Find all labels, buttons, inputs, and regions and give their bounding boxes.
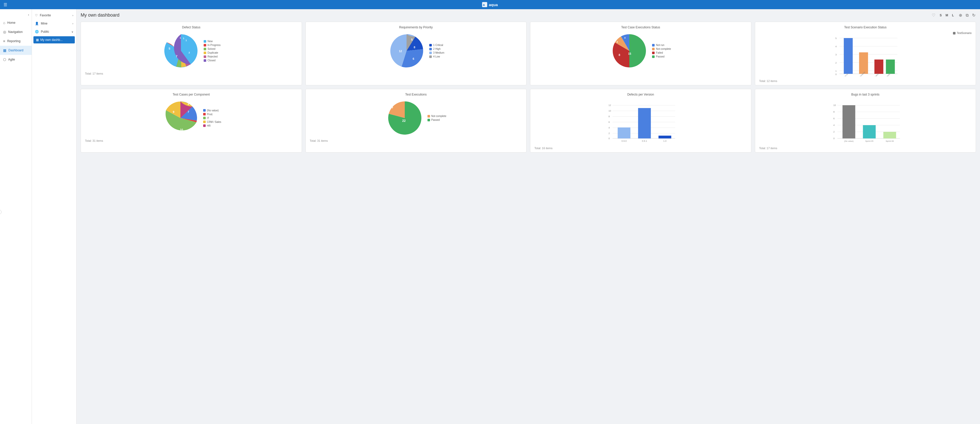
- sidebar: ‹ ⌂ Home ◎ Navigation ≡ Reporting ▦ Dash…: [0, 9, 32, 424]
- public-icon: 🌐: [35, 30, 39, 33]
- svg-text:7: 7: [188, 110, 189, 113]
- defect-status-title: Defect Status: [85, 26, 298, 29]
- test-cases-component-pie: 7 1 10 9 4: [161, 99, 200, 137]
- svg-rect-57: [617, 128, 630, 139]
- sidebar-collapse-button[interactable]: ‹: [27, 12, 30, 17]
- legend-notrun: Not run: [652, 44, 671, 46]
- agile-icon: ⬡: [3, 57, 6, 62]
- legend-dot-medium: [429, 52, 432, 54]
- legend-dot-testscenario: [953, 32, 956, 35]
- size-large-button[interactable]: L: [950, 13, 956, 18]
- chevron-down-icon: ∨: [72, 30, 73, 33]
- hamburger-icon[interactable]: ☰: [3, 2, 7, 7]
- dashboard-icon: ▦: [3, 48, 6, 53]
- svg-text:3: 3: [617, 41, 618, 43]
- legend-novalue: (No value): [203, 109, 221, 112]
- widget-test-cases-component: Test Cases per Component: [81, 89, 302, 153]
- legend-dot-duplicate: [204, 52, 206, 54]
- legend-dot-it: [203, 117, 206, 119]
- svg-text:8: 8: [414, 46, 415, 49]
- svg-text:10: 10: [180, 128, 183, 131]
- svg-rect-58: [638, 108, 651, 139]
- size-small-button[interactable]: S: [938, 13, 943, 18]
- legend-dot-new: [204, 40, 206, 43]
- svg-text:0: 0: [608, 137, 610, 140]
- widget-test-executions: Test Executions 22 9: [305, 89, 527, 153]
- svg-text:10: 10: [608, 110, 611, 112]
- test-cases-component-total: Total: 31 items: [85, 139, 298, 142]
- legend-dot-inprogress: [204, 44, 206, 46]
- legend-passed: Passed: [652, 55, 671, 58]
- sub-panel-label-my-dashboard: My own dashb...: [40, 38, 62, 41]
- favorite-header-icon[interactable]: ♡: [932, 13, 935, 18]
- requirements-legend: 1 Critical 2 High 3 Medium 4 Low: [429, 44, 444, 58]
- legend-closed: Closed: [204, 59, 221, 62]
- test-cases-component-chart-area: 7 1 10 9 4 (No value): [85, 99, 298, 137]
- svg-rect-76: [863, 125, 876, 139]
- refresh-button[interactable]: ↻: [972, 12, 976, 18]
- svg-text:6: 6: [833, 117, 835, 120]
- page-title: My own dashboard: [81, 13, 119, 18]
- svg-text:1: 1: [186, 39, 187, 41]
- legend-notcomplete: Not complete: [652, 48, 671, 50]
- legend-dot-notcomplete-exec: [428, 115, 430, 118]
- legend-hr: HR: [203, 124, 221, 127]
- legend-dot-crm: [203, 121, 206, 123]
- svg-rect-29: [859, 53, 868, 74]
- logo-text: aqua: [489, 3, 498, 7]
- sidebar-item-dashboard[interactable]: ▦ Dashboard: [0, 46, 32, 55]
- legend-it: IT: [203, 117, 221, 120]
- test-cases-component-title: Test Cases per Component: [85, 93, 298, 96]
- svg-text:2: 2: [833, 131, 835, 133]
- legend-dot-failed: [652, 52, 655, 54]
- widget-bugs-last-sprints: Bugs in last 3 sprints 10 8 6 4 2 0: [755, 89, 976, 153]
- test-scenario-bar-chart: 5 4 3 2 1 0: [759, 35, 972, 77]
- svg-rect-28: [844, 38, 853, 74]
- sidebar-label-home: Home: [7, 21, 15, 24]
- home-icon: ⌂: [3, 21, 5, 25]
- active-dashboard-icon: ▦: [36, 38, 39, 41]
- sub-panel-favorite[interactable]: ♡ Favorite ›: [32, 11, 76, 19]
- defects-per-version-total: Total: 16 items: [535, 147, 747, 150]
- legend-medium: 3 Medium: [429, 51, 444, 54]
- sidebar-label-reporting: Reporting: [7, 39, 21, 43]
- sub-panel-my-dashboard[interactable]: ▦ My own dashb...: [33, 36, 75, 43]
- test-executions-title: Test Executions: [310, 93, 522, 96]
- svg-text:0.9.0: 0.9.0: [621, 140, 627, 142]
- page-header: My own dashboard ♡ S M L ⊕ ⧉ ↻: [81, 12, 976, 18]
- svg-text:3: 3: [835, 53, 837, 56]
- svg-text:2: 2: [608, 132, 610, 135]
- legend-failed: Failed: [652, 51, 671, 54]
- svg-text:1.0: 1.0: [663, 140, 667, 142]
- legend-dot-passed: [652, 56, 655, 58]
- sidebar-item-home[interactable]: ⌂ Home: [0, 18, 32, 27]
- sidebar-item-agile[interactable]: ⬡ Agile: [0, 55, 32, 64]
- defect-status-total: Total: 17 items: [85, 72, 298, 75]
- sidebar-item-navigation[interactable]: ◎ Navigation: [0, 27, 32, 37]
- svg-text:1: 1: [183, 37, 184, 40]
- svg-text:4: 4: [188, 103, 189, 106]
- svg-text:1: 1: [197, 120, 198, 122]
- sidebar-label-navigation: Navigation: [8, 30, 23, 34]
- svg-text:7: 7: [176, 55, 177, 58]
- chevron-right-icon-mine: ›: [73, 22, 73, 25]
- sub-panel-label-favorite: Favorite: [40, 14, 51, 17]
- svg-text:12: 12: [399, 49, 402, 53]
- size-medium-button[interactable]: M: [944, 13, 950, 18]
- copy-dashboard-button[interactable]: ⧉: [965, 13, 969, 18]
- bugs-sprints-bar-chart: 10 8 6 4 2 0: [759, 99, 972, 143]
- defects-per-version-title: Defects per Version: [535, 93, 747, 96]
- legend-dot-passed-exec: [428, 119, 430, 121]
- add-widget-button[interactable]: ⊕: [958, 12, 963, 18]
- defect-status-chart-area: 7 5 1 1 1 2 New: [85, 32, 298, 70]
- sub-panel-mine[interactable]: 👤 Mine ›: [32, 19, 76, 27]
- svg-text:(No value): (No value): [844, 140, 853, 142]
- requirements-priority-title: Requirements by Priority: [310, 26, 522, 29]
- dashboard-grid: Defect Status: [81, 22, 976, 153]
- svg-text:4: 4: [624, 37, 625, 39]
- sub-panel-public[interactable]: 🌐 Public ∨: [32, 27, 76, 36]
- legend-duplicate: Duplicate: [204, 51, 221, 54]
- sidebar-item-reporting[interactable]: ≡ Reporting: [0, 37, 32, 46]
- bugs-last-sprints-total: Total: 17 items: [759, 147, 972, 150]
- widget-defect-status: Defect Status: [81, 22, 302, 85]
